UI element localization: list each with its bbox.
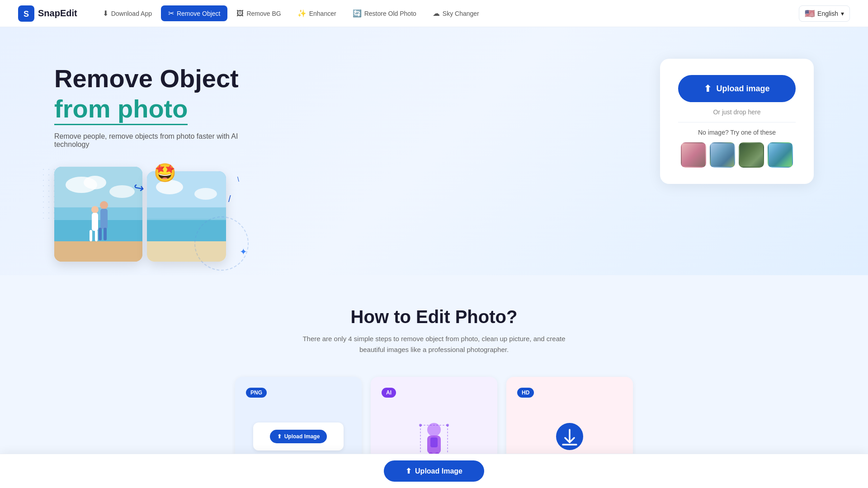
svg-point-22 (194, 188, 217, 200)
svg-rect-10 (92, 213, 98, 231)
step-3-badge: HD (517, 388, 534, 398)
nav-sky-label: Sky Changer (443, 10, 479, 17)
hero-title-line1: Remove Object (54, 64, 239, 93)
upload-icon: ⬆ (704, 83, 712, 94)
main-nav: ⬇ Download App ✂ Remove Object 🖼 Remove … (95, 5, 799, 21)
svg-rect-15 (99, 228, 102, 240)
svg-point-9 (91, 206, 99, 213)
hero-demo-images: 🤩 ↪ / \ ✦ (54, 167, 262, 275)
cloud-icon: ☁ (433, 9, 440, 18)
svg-text:S: S (24, 9, 29, 19)
nav-remove-bg[interactable]: 🖼 Remove BG (229, 6, 288, 21)
step-1-upload-btn[interactable]: ⬆ Upload Image (270, 430, 327, 443)
flag-icon: 🇺🇸 (805, 9, 815, 19)
nav-remove-object[interactable]: ✂ Remove Object (161, 5, 227, 21)
logo-text: SnapEdit (38, 8, 77, 19)
how-to-subtitle: There are only 4 simple steps to remove … (298, 333, 570, 355)
scissors-icon: ✂ (168, 9, 174, 18)
lang-label: English (817, 10, 838, 17)
upload-card: ⬆ Upload image Or just drop here No imag… (660, 59, 814, 184)
svg-rect-11 (90, 230, 92, 241)
how-to-title: How to Edit Photo? (54, 307, 814, 327)
hero-subtitle: Remove people, remove objects from photo… (54, 132, 271, 149)
sample-image-4[interactable] (768, 142, 793, 168)
svg-rect-26 (430, 437, 438, 447)
step-1-upload-mini: ⬆ Upload Image (253, 422, 344, 450)
sample-images (678, 142, 796, 168)
nav-download-app[interactable]: ⬇ Download App (95, 5, 159, 21)
drop-text: Or just drop here (678, 108, 796, 116)
divider (678, 122, 796, 122)
footer-upload-button[interactable]: ⬆ Upload Image (384, 460, 484, 482)
nav-enhancer[interactable]: ✨ Enhancer (290, 5, 344, 21)
photo-before (54, 167, 142, 262)
logo[interactable]: S SnapEdit (18, 5, 77, 22)
restore-icon: 🔄 (353, 9, 362, 18)
step-2-badge: AI (382, 388, 396, 398)
footer-upload-icon: ⬆ (406, 467, 411, 475)
emoji-decoration: 🤩 (154, 162, 176, 183)
image-icon: 🖼 (236, 9, 244, 18)
step-1-badge: PNG (246, 388, 267, 398)
sample-image-1[interactable] (681, 142, 706, 168)
sparkle-icon-1: / (228, 194, 231, 204)
svg-rect-4 (54, 220, 142, 243)
sparkle-nav-icon: ✨ (297, 9, 307, 18)
upload-mini-label: Upload Image (284, 433, 320, 440)
nav-restore-label: Restore Old Photo (364, 10, 416, 17)
svg-rect-5 (54, 241, 142, 262)
nav-download-label: Download App (111, 10, 152, 17)
hero-left: Remove Object from photo Remove people, … (54, 54, 660, 275)
nav-remove-object-label: Remove Object (177, 10, 220, 17)
arrow-decoration: ↪ (132, 180, 145, 196)
sample-image-3[interactable] (739, 142, 764, 168)
nav-restore-old-photo[interactable]: 🔄 Restore Old Photo (345, 5, 424, 21)
svg-point-8 (109, 185, 135, 198)
sample-label: No image? Try one of these (678, 129, 796, 136)
sparkle-icon-2: \ (237, 176, 239, 183)
download-icon: ⬇ (103, 9, 108, 18)
svg-point-13 (100, 201, 108, 209)
hero-title-line2: from photo (54, 94, 188, 125)
svg-rect-12 (95, 230, 98, 241)
hero-title: Remove Object from photo (54, 63, 660, 125)
svg-point-7 (84, 176, 106, 189)
svg-rect-14 (100, 209, 108, 229)
nav-enhancer-label: Enhancer (309, 10, 336, 17)
footer-upload-bar: ⬆ Upload Image (0, 454, 868, 488)
nav-sky-changer[interactable]: ☁ Sky Changer (425, 5, 486, 21)
svg-rect-16 (104, 228, 107, 240)
language-selector[interactable]: 🇺🇸 English ▾ (799, 5, 850, 22)
upload-mini-icon: ⬆ (277, 433, 282, 440)
nav-remove-bg-label: Remove BG (246, 10, 281, 17)
arc-decoration (194, 216, 249, 271)
footer-upload-label: Upload Image (415, 467, 462, 475)
header: S SnapEdit ⬇ Download App ✂ Remove Objec… (0, 0, 868, 27)
sample-image-2[interactable] (710, 142, 735, 168)
upload-btn-label: Upload image (716, 84, 769, 94)
chevron-down-icon: ▾ (841, 10, 844, 17)
upload-image-button[interactable]: ⬆ Upload image (678, 75, 796, 102)
hero-section: Remove Object from photo Remove people, … (0, 27, 868, 275)
